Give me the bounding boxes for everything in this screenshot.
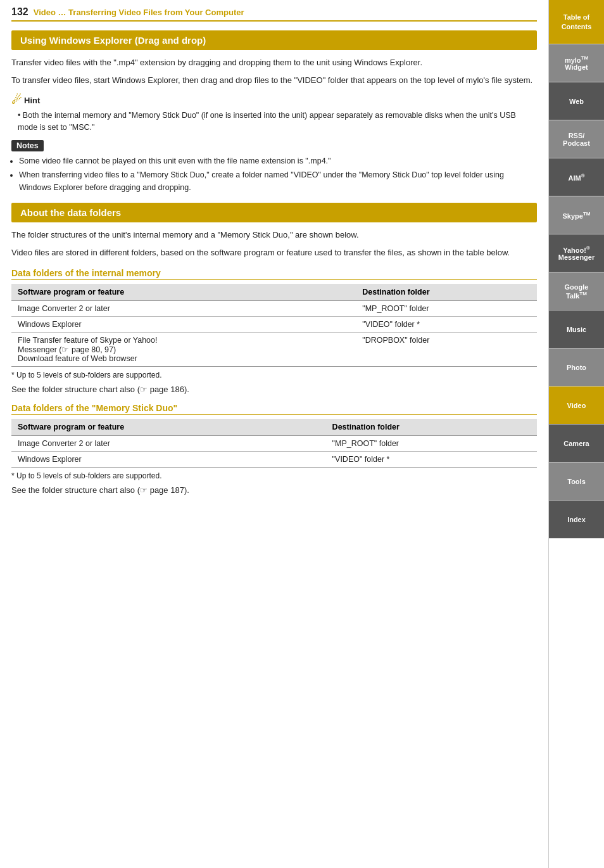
table2-feature-cell: Image Converter 2 or later [11, 436, 326, 452]
sidebar-camera-label: Camera [563, 440, 589, 447]
hint-label: Hint [24, 96, 40, 105]
sidebar-video-label: Video [567, 402, 586, 409]
table1-folder-cell: "MP_ROOT" folder [356, 301, 537, 317]
sidebar-item-rss[interactable]: RSS/Podcast [549, 120, 604, 158]
sidebar-item-yahoo[interactable]: Yahoo!®Messenger [549, 234, 604, 272]
hint-block: ☄ Hint • Both the internal memory and "M… [11, 93, 537, 134]
see-also1: See the folder structure chart also (☞ p… [11, 385, 537, 394]
notes-title: Notes [11, 140, 44, 151]
table2-folder-cell: "MP_ROOT" folder [326, 436, 537, 452]
page-header-title: Video … Transferring Video Files from Yo… [34, 8, 244, 17]
table2-folder-cell: "VIDEO" folder * [326, 452, 537, 468]
section2-para1: The folder structures of the unit's inte… [11, 229, 537, 241]
table1-feature-cell: Windows Explorer [11, 317, 356, 333]
header-rest: … Transferring Video Files from Your Com… [58, 8, 244, 17]
sidebar: Table ofContents myloTMWidget Web RSS/Po… [548, 0, 604, 868]
table2-col1-header: Software program or feature [11, 419, 326, 436]
notes-block: Notes Some video file cannot be played o… [11, 140, 537, 194]
main-content: 132 Video … Transferring Video Files fro… [0, 0, 548, 868]
table-row: Image Converter 2 or later"MP_ROOT" fold… [11, 436, 537, 452]
sidebar-photo-label: Photo [567, 364, 586, 371]
memory-stick-table: Software program or feature Destination … [11, 419, 537, 468]
table-row: File Transfer feature of Skype or Yahoo!… [11, 333, 537, 367]
page-number: 132 [11, 6, 28, 18]
note2: When transferring video files to a "Memo… [19, 169, 537, 194]
table1-feature-cell: Image Converter 2 or later [11, 301, 356, 317]
sub1-heading: Data folders of the internal memory [11, 268, 537, 280]
sidebar-rss-label: RSS/Podcast [563, 132, 590, 147]
sidebar-item-skype[interactable]: SkypeTM [549, 196, 604, 234]
table1-col1-header: Software program or feature [11, 284, 356, 301]
sidebar-item-music[interactable]: Music [549, 310, 604, 348]
sub2-heading: Data folders of the "Memory Stick Duo" [11, 403, 537, 415]
section2-heading: About the data folders [11, 203, 537, 222]
hint-bullet: • Both the internal memory and "Memory S… [18, 110, 537, 134]
table2-feature-cell: Windows Explorer [11, 452, 326, 468]
hint-icon: ☄ [11, 93, 22, 107]
sidebar-item-index[interactable]: Index [549, 501, 604, 539]
header-bold: Video [34, 8, 56, 17]
sidebar-item-google[interactable]: GoogleTalkTM [549, 272, 604, 310]
sidebar-item-toc[interactable]: Table ofContents [549, 0, 604, 44]
sidebar-item-aim[interactable]: AIM® [549, 158, 604, 196]
see-also2: See the folder structure chart also (☞ p… [11, 485, 537, 495]
see-also1-text: See the folder structure chart also (☞ p… [11, 385, 189, 394]
section2-para2: Video files are stored in different fold… [11, 246, 537, 259]
sidebar-skype-label: SkypeTM [563, 211, 591, 220]
sidebar-item-web[interactable]: Web [549, 82, 604, 120]
footnote1: * Up to 5 levels of sub-folders are supp… [11, 371, 537, 380]
table-row: Windows Explorer"VIDEO" folder * [11, 317, 537, 333]
table-row: Windows Explorer"VIDEO" folder * [11, 452, 537, 468]
table-row: Image Converter 2 or later"MP_ROOT" fold… [11, 301, 537, 317]
sidebar-mylo-label: myloTMWidget [565, 55, 588, 72]
note1: Some video file cannot be played on this… [19, 155, 537, 167]
sidebar-web-label: Web [569, 98, 584, 105]
sidebar-music-label: Music [567, 326, 586, 333]
sidebar-toc-label: Table ofContents [562, 13, 592, 31]
table1-col2-header: Destination folder [356, 284, 537, 301]
sidebar-item-tools[interactable]: Tools [549, 463, 604, 501]
sidebar-item-mylo[interactable]: myloTMWidget [549, 44, 604, 82]
table2-col2-header: Destination folder [326, 419, 537, 436]
section1-para2: To transfer video files, start Windows E… [11, 74, 537, 87]
sidebar-tools-label: Tools [567, 478, 586, 485]
sidebar-yahoo-label: Yahoo!®Messenger [558, 245, 595, 262]
page-header: 132 Video … Transferring Video Files fro… [11, 6, 537, 22]
hint-title: ☄ Hint [11, 93, 537, 107]
table1-folder-cell: "DROPBOX" folder [356, 333, 537, 367]
table1-folder-cell: "VIDEO" folder * [356, 317, 537, 333]
internal-memory-table: Software program or feature Destination … [11, 284, 537, 367]
sidebar-item-camera[interactable]: Camera [549, 424, 604, 463]
table1-feature-cell: File Transfer feature of Skype or Yahoo!… [11, 333, 356, 367]
footnote2: * Up to 5 levels of sub-folders are supp… [11, 471, 537, 480]
sidebar-aim-label: AIM® [568, 173, 584, 182]
sidebar-index-label: Index [567, 516, 586, 523]
sidebar-google-label: GoogleTalkTM [565, 283, 589, 300]
sidebar-item-video[interactable]: Video [549, 386, 604, 424]
section1-para1: Transfer video files with the ".mp4" ext… [11, 56, 537, 69]
sidebar-item-photo[interactable]: Photo [549, 348, 604, 386]
see-also2-text: See the folder structure chart also (☞ p… [11, 485, 189, 495]
section1-heading: Using Windows Explorer (Drag and drop) [11, 30, 537, 50]
notes-list: Some video file cannot be played on this… [19, 155, 537, 194]
